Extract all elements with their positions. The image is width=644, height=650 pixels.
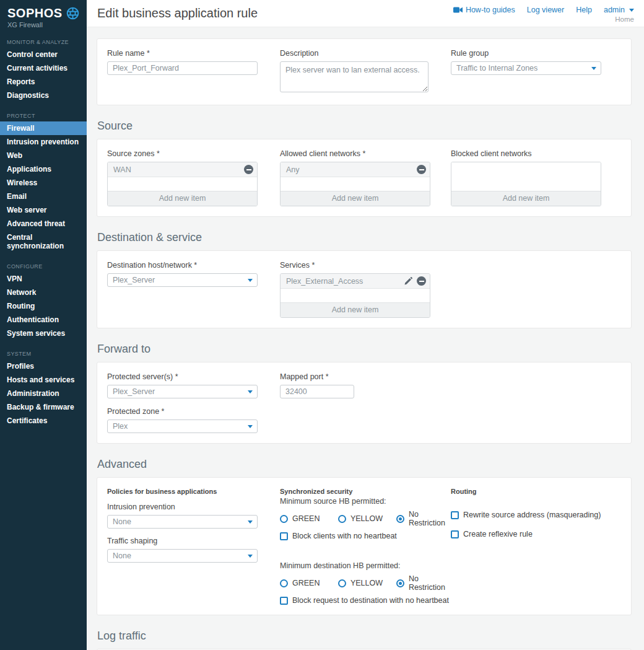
radio-source-green[interactable] xyxy=(280,515,288,523)
sidebar-item-web-server[interactable]: Web server xyxy=(0,203,87,217)
forward-card: Protected server(s) * Plex_Server Mapped… xyxy=(97,362,632,444)
allowed-networks-add-button[interactable]: Add new item xyxy=(281,191,430,206)
select-caret-icon xyxy=(248,520,253,524)
sidebar-item-firewall[interactable]: Firewall xyxy=(0,121,87,135)
sidebar-item-profiles[interactable]: Profiles xyxy=(0,359,87,373)
log-traffic-section-title: Log traffic xyxy=(97,630,632,643)
protected-servers-select[interactable]: Plex_Server xyxy=(107,385,258,398)
radio-source-yellow[interactable] xyxy=(338,515,346,523)
edit-item-icon[interactable] xyxy=(404,277,412,285)
howto-guides-link[interactable]: How-to guides xyxy=(453,6,515,14)
radio-dest-green[interactable] xyxy=(280,579,288,587)
source-hb-radio-group: GREEN YELLOW No Restriction xyxy=(280,510,451,527)
destination-host-select[interactable]: Plex_Server xyxy=(107,273,258,287)
advanced-card: Policies for business applications Intru… xyxy=(97,477,632,615)
rule-name-input[interactable] xyxy=(107,61,258,75)
source-card: Source zones * WAN Add new item Allowed … xyxy=(97,139,632,217)
allowed-networks-label: Allowed client networks * xyxy=(280,149,451,158)
sync-security-heading: Synchronized security xyxy=(280,488,451,495)
sidebar-item-reports[interactable]: Reports xyxy=(0,75,87,89)
brand-subtitle: XG Firewall xyxy=(7,21,79,29)
intrusion-prevention-select[interactable]: None xyxy=(107,515,258,529)
traffic-shaping-select[interactable]: None xyxy=(107,549,258,563)
sidebar-item-hosts-and-services[interactable]: Hosts and services xyxy=(0,373,87,387)
radio-dest-no-restriction[interactable] xyxy=(396,579,404,587)
destination-host-label: Destination host/network * xyxy=(107,261,280,270)
nav-section-monitor: MONITOR & ANALYZE xyxy=(7,39,87,45)
routing-heading: Routing xyxy=(451,488,622,495)
sidebar-item-vpn[interactable]: VPN xyxy=(0,272,87,286)
destination-card: Destination host/network * Plex_Server S… xyxy=(97,250,632,328)
brand: SOPHOS XG Firewall xyxy=(0,0,87,29)
sidebar-item-certificates[interactable]: Certificates xyxy=(0,414,87,428)
services-label: Services * xyxy=(280,261,451,270)
sidebar-item-advanced-threat[interactable]: Advanced threat xyxy=(0,217,87,231)
services-listbox: Plex_External_Access Add new item xyxy=(280,273,430,318)
sidebar-item-system-services[interactable]: System services xyxy=(0,327,87,340)
sidebar-item-current-activities[interactable]: Current activities xyxy=(0,61,87,75)
admin-menu[interactable]: admin xyxy=(604,6,634,14)
sidebar-item-diagnostics[interactable]: Diagnostics xyxy=(0,89,87,102)
dest-hb-radio-group: GREEN YELLOW No Restriction xyxy=(280,574,451,592)
select-caret-icon xyxy=(248,555,253,558)
nav-section-system: SYSTEM xyxy=(7,351,87,357)
select-caret-icon xyxy=(591,67,596,70)
radio-source-no-restriction[interactable] xyxy=(396,515,404,523)
source-zones-listbox: WAN Add new item xyxy=(107,162,258,206)
sidebar-item-applications[interactable]: Applications xyxy=(0,162,87,176)
intrusion-prevention-label: Intrusion prevention xyxy=(107,503,280,511)
sidebar-item-authentication[interactable]: Authentication xyxy=(0,313,87,327)
sidebar-item-administration[interactable]: Administration xyxy=(0,387,87,400)
remove-item-icon[interactable] xyxy=(417,165,426,174)
source-section-title: Source xyxy=(97,120,632,133)
sidebar-item-wireless[interactable]: Wireless xyxy=(0,176,87,190)
list-item: Any xyxy=(281,162,430,177)
sidebar-item-control-center[interactable]: Control center xyxy=(0,48,87,61)
help-link[interactable]: Help xyxy=(576,6,592,14)
nav-section-protect: PROTECT xyxy=(7,113,87,119)
sidebar-item-web[interactable]: Web xyxy=(0,149,87,162)
sophos-firewall-icon xyxy=(66,7,79,20)
log-viewer-link[interactable]: Log viewer xyxy=(527,6,564,14)
services-add-button[interactable]: Add new item xyxy=(281,302,430,317)
description-textarea[interactable]: Plex server wan to lan external access. xyxy=(280,61,429,92)
sidebar-item-central-synchronization[interactable]: Central synchronization xyxy=(0,231,87,253)
rule-group-select[interactable]: Traffic to Internal Zones xyxy=(451,61,601,75)
description-label: Description xyxy=(280,49,451,58)
sidebar-item-backup-firmware[interactable]: Backup & firmware xyxy=(0,400,87,414)
source-zones-label: Source zones * xyxy=(107,149,280,158)
reflexive-rule-checkbox[interactable] xyxy=(451,530,459,538)
protected-servers-label: Protected server(s) * xyxy=(107,372,280,381)
blocked-networks-label: Blocked client networks xyxy=(451,149,622,158)
source-hb-label: Minimum source HB permitted: xyxy=(280,497,451,506)
remove-item-icon[interactable] xyxy=(244,165,253,174)
source-zones-add-button[interactable]: Add new item xyxy=(108,191,257,206)
destination-section-title: Destination & service xyxy=(97,231,632,244)
general-card: Rule name * Description Plex server wan … xyxy=(97,38,632,105)
blocked-networks-listbox: Add new item xyxy=(451,162,601,206)
topbar: Edit business application rule How-to gu… xyxy=(87,0,644,27)
traffic-shaping-label: Traffic shaping xyxy=(107,537,280,545)
remove-item-icon[interactable] xyxy=(417,276,426,286)
select-caret-icon xyxy=(248,279,253,282)
radio-dest-yellow[interactable] xyxy=(338,579,346,587)
rule-name-label: Rule name * xyxy=(107,49,280,58)
sidebar-item-email[interactable]: Email xyxy=(0,190,87,203)
block-request-checkbox[interactable] xyxy=(280,597,288,605)
sidebar-item-routing[interactable]: Routing xyxy=(0,299,87,313)
rule-group-label: Rule group xyxy=(451,49,622,58)
block-clients-checkbox[interactable] xyxy=(280,532,288,540)
blocked-networks-add-button[interactable]: Add new item xyxy=(451,191,601,206)
rewrite-source-checkbox[interactable] xyxy=(451,511,459,519)
select-caret-icon xyxy=(248,390,253,393)
breadcrumb[interactable]: Home xyxy=(615,15,634,23)
protected-zone-select[interactable]: Plex xyxy=(107,419,258,433)
sidebar-item-network[interactable]: Network xyxy=(0,286,87,299)
list-item: Plex_External_Access xyxy=(281,274,430,289)
mapped-port-input[interactable] xyxy=(280,385,354,398)
brand-logo-text: SOPHOS xyxy=(7,6,63,20)
video-camera-icon xyxy=(453,7,463,13)
sidebar-item-intrusion-prevention[interactable]: Intrusion prevention xyxy=(0,135,87,149)
advanced-section-title: Advanced xyxy=(97,458,632,471)
sidebar: SOPHOS XG Firewall MONITOR & ANALYZE Con… xyxy=(0,0,87,650)
